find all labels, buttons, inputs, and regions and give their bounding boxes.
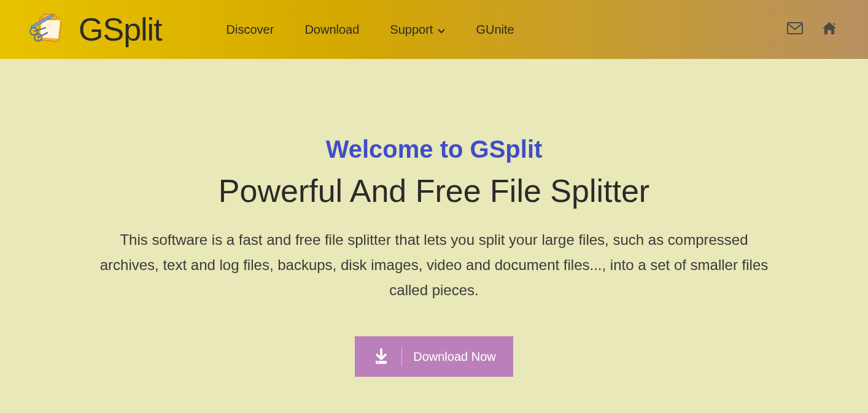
app-logo-icon: [25, 8, 72, 51]
download-button-label: Download Now: [413, 350, 496, 364]
hero-description: This software is a fast and free file sp…: [96, 228, 772, 303]
logo-section[interactable]: GSplit: [25, 8, 162, 51]
nav-label: Support: [390, 23, 433, 37]
nav-label: Discover: [227, 23, 274, 37]
nav-gunite[interactable]: GUnite: [476, 23, 514, 37]
main-nav: Discover Download Support GUnite: [227, 23, 514, 37]
envelope-icon[interactable]: [787, 22, 803, 37]
logo-text: GSplit: [79, 11, 162, 48]
nav-label: Download: [304, 23, 359, 37]
download-now-button[interactable]: Download Now: [355, 336, 513, 377]
site-header: GSplit Discover Download Support GUnite: [0, 0, 868, 59]
hero-section: Welcome to GSplit Powerful And Free File…: [0, 59, 868, 377]
welcome-heading: Welcome to GSplit: [58, 136, 810, 163]
nav-support[interactable]: Support: [390, 23, 445, 37]
download-icon: [372, 347, 402, 366]
main-headline: Powerful And Free File Splitter: [58, 172, 810, 209]
svg-rect-4: [376, 361, 387, 364]
home-icon[interactable]: [821, 21, 837, 38]
nav-discover[interactable]: Discover: [227, 23, 274, 37]
nav-label: GUnite: [476, 23, 514, 37]
svg-rect-3: [788, 23, 802, 34]
header-actions: [787, 21, 837, 38]
nav-download[interactable]: Download: [304, 23, 359, 37]
caret-down-icon: [438, 23, 445, 37]
svg-rect-5: [378, 362, 379, 363]
